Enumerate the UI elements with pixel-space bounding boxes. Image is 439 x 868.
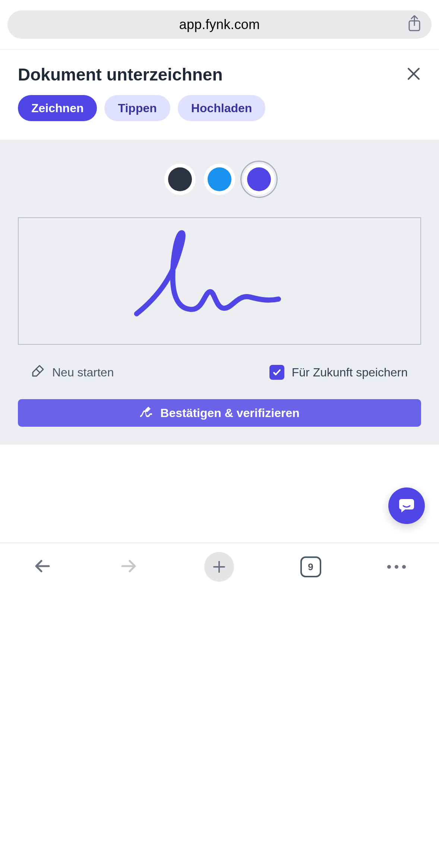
back-button[interactable] <box>33 556 53 577</box>
save-future-toggle[interactable]: Für Zukunft speichern <box>269 365 408 380</box>
more-icon <box>387 565 391 569</box>
signature-canvas[interactable] <box>18 217 421 345</box>
checkbox-checked[interactable] <box>269 365 284 380</box>
browser-bottom-toolbar: 9 <box>0 543 439 591</box>
eraser-icon <box>31 364 45 381</box>
address-bar[interactable]: app.fynk.com <box>7 10 432 39</box>
tab-upload[interactable]: Hochladen <box>178 95 266 121</box>
chat-icon <box>398 496 416 515</box>
restart-button[interactable]: Neu starten <box>31 364 114 381</box>
new-tab-button[interactable] <box>204 552 234 582</box>
confirm-label: Bestätigen & verifizieren <box>160 406 299 420</box>
check-icon <box>272 368 281 377</box>
share-icon[interactable] <box>407 15 422 34</box>
signature-icon <box>139 406 153 420</box>
tab-label: Hochladen <box>191 101 252 115</box>
modal-header: Dokument unterzeichnen <box>0 50 439 95</box>
browser-address-bar: app.fynk.com <box>0 0 439 50</box>
signature-stroke <box>19 218 420 344</box>
forward-button[interactable] <box>119 556 138 577</box>
restart-label: Neu starten <box>52 366 114 379</box>
forward-arrow-icon <box>119 556 138 576</box>
color-picker <box>18 167 421 191</box>
page-title: Dokument unterzeichnen <box>18 64 223 85</box>
save-future-label: Für Zukunft speichern <box>292 366 408 379</box>
color-option-indigo[interactable] <box>247 167 271 191</box>
tab-type[interactable]: Tippen <box>104 95 170 121</box>
tab-count-button[interactable]: 9 <box>300 556 321 577</box>
tab-label: Tippen <box>118 101 157 115</box>
more-icon <box>402 565 406 569</box>
chat-fab[interactable] <box>388 487 425 524</box>
color-option-blue[interactable] <box>208 167 231 191</box>
back-arrow-icon <box>33 556 53 576</box>
signature-actions: Neu starten Für Zukunft speichern <box>18 364 421 381</box>
more-menu-button[interactable] <box>387 565 406 569</box>
confirm-verify-button[interactable]: Bestätigen & verifizieren <box>18 399 421 427</box>
plus-icon <box>212 559 227 574</box>
color-option-dark[interactable] <box>168 167 192 191</box>
tab-draw[interactable]: Zeichnen <box>18 95 97 121</box>
svg-line-3 <box>36 369 40 373</box>
tab-count-value: 9 <box>308 561 313 573</box>
close-icon[interactable] <box>406 66 421 83</box>
tab-label: Zeichnen <box>31 101 83 115</box>
signature-mode-tabs: Zeichnen Tippen Hochladen <box>0 95 439 140</box>
address-url: app.fynk.com <box>179 17 260 32</box>
more-icon <box>395 565 398 569</box>
signature-panel: Neu starten Für Zukunft speichern Bestät… <box>0 140 439 445</box>
